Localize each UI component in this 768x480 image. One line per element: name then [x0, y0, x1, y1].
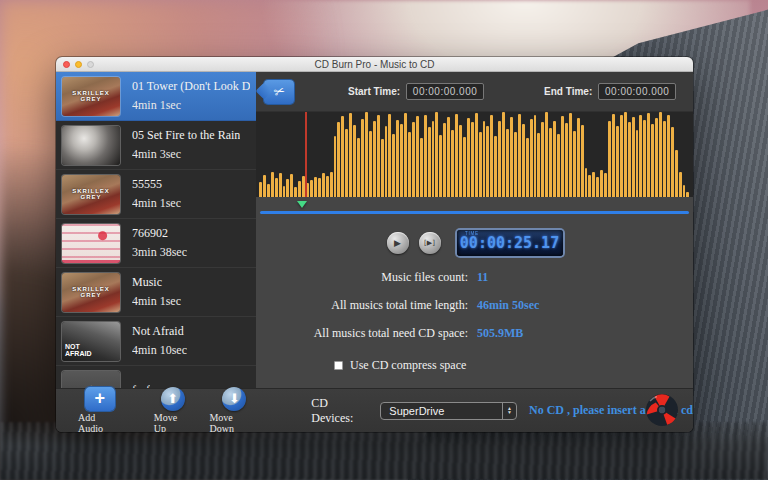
marker-track — [256, 197, 693, 211]
arrow-down-icon: ⬇ — [222, 387, 246, 411]
list-item[interactable]: 7669023min 38sec — [56, 219, 256, 268]
song-duration: 4min 1sec — [132, 98, 250, 113]
play-icon: ▶ — [394, 238, 401, 248]
move-up-label: Move Up — [154, 412, 192, 432]
start-time-input[interactable] — [406, 83, 484, 100]
song-title: Music — [132, 275, 181, 290]
info-value: 46min 50sec — [477, 298, 539, 313]
album-art-text: NOT AFRAID — [65, 343, 91, 357]
album-art: ♪ — [62, 371, 120, 389]
minimize-button[interactable] — [75, 61, 82, 68]
song-duration: 4min 3sec — [132, 147, 240, 162]
album-art-text: SKRILLEX GREY — [62, 90, 120, 102]
window-title: CD Burn Pro - Music to CD — [56, 59, 693, 70]
cd-device-value: SuperDrive — [381, 405, 502, 417]
cd-device-select[interactable]: SuperDrive ▲▼ — [380, 402, 517, 420]
song-duration: 4min 10sec — [132, 343, 187, 358]
song-title: 55555 — [132, 177, 181, 192]
main-panel: ✂ Start Time: End Time: ▶ — [256, 72, 693, 388]
info-row: All musics total need CD space:505.9MB — [256, 326, 693, 341]
scissors-icon: ✂ — [271, 82, 287, 101]
window-controls — [63, 57, 94, 72]
cd-devices-label: CD Devices: — [311, 396, 372, 426]
title-bar[interactable]: CD Burn Pro - Music to CD — [56, 57, 693, 72]
info-label: All musics total time length: — [256, 298, 468, 313]
move-down-label: Move Down — [209, 412, 259, 432]
song-title: 05 Set Fire to the Rain — [132, 128, 240, 143]
move-up-button[interactable]: ⬆ Move Up — [154, 387, 192, 432]
playlist-sidebar[interactable]: SKRILLEX GREY01 Tower (Don't Look D4min … — [56, 72, 256, 388]
play-selection-icon: [▶] — [424, 239, 435, 247]
list-item[interactable]: SKRILLEX GREY555554min 1sec — [56, 170, 256, 219]
waveform-bars — [259, 112, 690, 197]
compress-checkbox-label: Use CD compress space — [350, 358, 466, 373]
album-art: NOT AFRAID — [62, 322, 120, 361]
album-art: SKRILLEX GREY — [62, 273, 120, 312]
time-display: TIME 00:00:25.17 — [457, 230, 563, 256]
list-item[interactable]: ♪fesf — [56, 366, 256, 388]
desktop-wallpaper: CD Burn Pro - Music to CD SKRILLEX GREY0… — [0, 0, 768, 480]
album-art: SKRILLEX GREY — [62, 175, 120, 214]
album-art-text: SKRILLEX GREY — [62, 188, 120, 200]
burn-disc-icon[interactable] — [645, 393, 679, 427]
info-row: All musics total time length:46min 50sec — [256, 298, 693, 313]
song-title: Not Afraid — [132, 324, 187, 339]
plus-icon: + — [85, 387, 115, 411]
album-art-text: SKRILLEX GREY — [62, 286, 120, 298]
app-window: CD Burn Pro - Music to CD SKRILLEX GREY0… — [56, 57, 693, 432]
info-value: 505.9MB — [477, 326, 523, 341]
play-button[interactable]: ▶ — [387, 232, 409, 254]
song-duration: 3min 38sec — [132, 245, 187, 260]
album-art: SKRILLEX GREY — [62, 77, 120, 116]
list-item[interactable]: SKRILLEX GREY01 Tower (Don't Look D4min … — [56, 72, 256, 121]
bottom-toolbar: + Add Audio ⬆ Move Up ⬇ Move Down CD Dev… — [56, 388, 693, 432]
album-art — [62, 224, 120, 263]
move-down-button[interactable]: ⬇ Move Down — [209, 387, 259, 432]
info-value: 11 — [477, 270, 488, 285]
time-display-label: TIME — [465, 231, 479, 236]
playhead-line[interactable] — [305, 112, 307, 197]
waveform-display[interactable] — [256, 112, 693, 197]
end-time-label: End Time: — [544, 86, 592, 97]
trim-toolbar: ✂ Start Time: End Time: — [256, 72, 693, 112]
song-title: 766902 — [132, 226, 187, 241]
song-duration: 4min 1sec — [132, 196, 181, 211]
time-display-value: 00:00:25.17 — [460, 234, 559, 252]
list-item[interactable]: NOT AFRAIDNot Afraid4min 10sec — [56, 317, 256, 366]
end-time-input[interactable] — [598, 83, 676, 100]
compress-checkbox[interactable] — [334, 361, 343, 370]
add-audio-label: Add Audio — [78, 412, 122, 432]
disc-info-section: Music files count:11All musics total tim… — [256, 270, 693, 354]
add-audio-button[interactable]: + Add Audio — [78, 387, 122, 432]
start-time-label: Start Time: — [348, 86, 400, 97]
zoom-button[interactable] — [87, 61, 94, 68]
info-label: Music files count: — [256, 270, 468, 285]
info-label: All musics total need CD space: — [256, 326, 468, 341]
compress-option[interactable]: Use CD compress space — [334, 358, 693, 373]
list-item[interactable]: SKRILLEX GREYMusic4min 1sec — [56, 268, 256, 317]
list-item[interactable]: 05 Set Fire to the Rain4min 3sec — [56, 121, 256, 170]
album-art — [62, 126, 120, 165]
select-stepper-icon: ▲▼ — [502, 403, 516, 419]
play-selection-button[interactable]: [▶] — [419, 232, 441, 254]
arrow-up-icon: ⬆ — [161, 387, 185, 411]
position-marker[interactable] — [297, 201, 307, 208]
trim-cut-button[interactable]: ✂ — [264, 80, 294, 104]
info-row: Music files count:11 — [256, 270, 693, 285]
playback-controls: ▶ [▶] TIME 00:00:25.17 — [256, 230, 693, 256]
song-title: 01 Tower (Don't Look D — [132, 79, 250, 94]
progress-bar[interactable] — [260, 211, 689, 214]
song-duration: 4min 1sec — [132, 294, 181, 309]
close-button[interactable] — [63, 61, 70, 68]
